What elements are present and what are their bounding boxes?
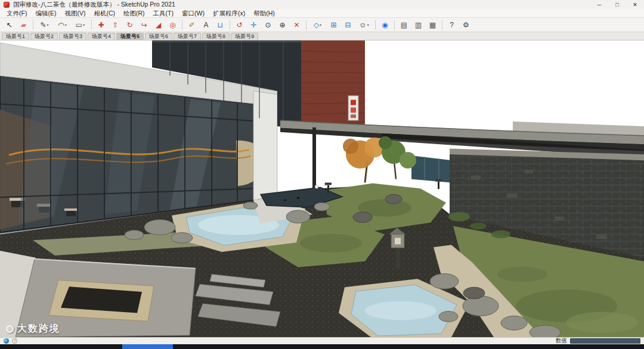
menu-item[interactable]: 窗口(W) bbox=[178, 10, 209, 18]
toolbar-separator bbox=[33, 20, 33, 30]
taskbar-active-app[interactable] bbox=[122, 344, 173, 349]
help-button[interactable]: ? bbox=[445, 18, 459, 31]
view-iso-tool[interactable]: ◇ bbox=[309, 18, 326, 31]
line-tool[interactable]: ✎ bbox=[36, 18, 53, 31]
watermark-text: 大数跨境 bbox=[17, 323, 60, 335]
tool-icon: ◢ bbox=[156, 21, 161, 29]
menu-item[interactable]: 工具(T) bbox=[149, 10, 178, 18]
toolbar-separator bbox=[442, 20, 442, 30]
tool-icon: ↻ bbox=[126, 21, 132, 29]
select-tool[interactable]: ↖ bbox=[2, 18, 16, 31]
watermark-logo-icon bbox=[6, 325, 14, 333]
push-pull-tool[interactable]: ⇧ bbox=[109, 18, 122, 31]
scene-tab[interactable]: 场景号6 bbox=[145, 33, 172, 40]
scene-tab[interactable]: 场景号8 bbox=[202, 33, 230, 40]
view-front-tool[interactable]: ⊟ bbox=[341, 18, 355, 31]
offset-tool[interactable]: ◎ bbox=[166, 18, 179, 31]
section-cut-toggle[interactable]: ▦ bbox=[426, 18, 439, 31]
tool-icon: ⚙ bbox=[463, 21, 469, 29]
eraser-tool[interactable]: ▰ bbox=[17, 18, 30, 31]
toolbar: ↖ ▰ ✎ ◠ ▭ ✚ ⇧ ↻ ↪ ◢ ◎ ✐ A ⊔ ↺ ✛ bbox=[0, 18, 644, 32]
menu-item[interactable]: 编辑(E) bbox=[31, 10, 60, 18]
measurement-input[interactable] bbox=[570, 338, 640, 344]
signboard bbox=[348, 96, 358, 120]
delete-guides-tool[interactable]: ✕ bbox=[290, 18, 304, 31]
tool-icon: ☺ bbox=[359, 21, 366, 29]
walk-tool[interactable]: ☺ bbox=[355, 18, 373, 31]
window-controls: ─ □ ✕ bbox=[590, 0, 644, 10]
follow-me-tool[interactable]: ↪ bbox=[137, 18, 151, 31]
corridor-post bbox=[312, 127, 316, 190]
scene-tab[interactable]: 场景号4 bbox=[88, 33, 115, 40]
scene-tab[interactable]: 场景号5 bbox=[116, 33, 144, 40]
tool-icon: ? bbox=[450, 21, 454, 29]
sketchup-logo-icon bbox=[4, 2, 10, 8]
pan-tool[interactable]: ✛ bbox=[247, 18, 261, 31]
tool-icon: ↖ bbox=[6, 21, 12, 29]
toolbar-separator bbox=[230, 20, 230, 30]
arc-tool[interactable]: ◠ bbox=[54, 18, 71, 31]
tool-icon: ✐ bbox=[188, 21, 194, 29]
menubar: 文件(F)编辑(E)视图(V)相机(C)绘图(R)工具(T)窗口(W)扩展程序(… bbox=[0, 10, 644, 18]
tool-icon: ▦ bbox=[429, 21, 436, 29]
corner-column bbox=[253, 91, 277, 200]
tool-icon: ▤ bbox=[401, 21, 407, 29]
move-tool[interactable]: ✚ bbox=[94, 18, 108, 31]
viewport-3d[interactable]: 大数跨境 bbox=[0, 40, 644, 337]
text-tool[interactable]: A bbox=[199, 18, 213, 31]
rotate-tool[interactable]: ↻ bbox=[123, 18, 137, 31]
titlebar: 国审修改-八二茶仓（最终修改版本） - SketchUp Pro 2021 ─ … bbox=[0, 0, 644, 10]
orbit-tool[interactable]: ↺ bbox=[233, 18, 246, 31]
toolbar-separator bbox=[306, 20, 306, 30]
tool-icon: ▰ bbox=[21, 21, 26, 29]
tool-icon: ✕ bbox=[293, 21, 299, 29]
view-top-tool[interactable]: ⊞ bbox=[327, 18, 340, 31]
menu-item[interactable]: 绘图(R) bbox=[119, 10, 149, 18]
tool-icon: ◎ bbox=[169, 21, 175, 29]
tool-icon: ▭ bbox=[76, 21, 82, 29]
scene-tab[interactable]: 场景号2 bbox=[30, 33, 58, 40]
menu-item[interactable]: 帮助(H) bbox=[249, 10, 279, 18]
tool-icon: ⊙ bbox=[265, 21, 271, 29]
scale-tool[interactable]: ◢ bbox=[151, 18, 165, 31]
zoom-extents-tool[interactable]: ⊕ bbox=[275, 18, 289, 31]
tool-icon: ↪ bbox=[141, 21, 147, 29]
tool-icon: ↺ bbox=[236, 21, 242, 29]
tool-icon: ⊔ bbox=[218, 21, 223, 29]
scene-render bbox=[0, 40, 644, 337]
rectangle-tool[interactable]: ▭ bbox=[72, 18, 89, 31]
scene-tabs-bar: 场景号1场景号2场景号3场景号4场景号5场景号6场景号7场景号8场景号9 bbox=[0, 32, 644, 40]
scene-tab[interactable]: 场景号9 bbox=[231, 33, 258, 40]
menu-item[interactable]: 扩展程序(x) bbox=[209, 10, 249, 18]
scene-tab[interactable]: 场景号3 bbox=[59, 33, 86, 40]
statusbar: ? 数值 bbox=[0, 337, 644, 344]
menu-item[interactable]: 文件(F) bbox=[2, 10, 31, 18]
scene-tab[interactable]: 场景号1 bbox=[2, 33, 29, 40]
sketchup-window: 国审修改-八二茶仓（最终修改版本） - SketchUp Pro 2021 ─ … bbox=[0, 0, 644, 349]
section-plane-toggle[interactable]: ▤ bbox=[397, 18, 411, 31]
preferences-button[interactable]: ⚙ bbox=[459, 18, 473, 31]
paint-bucket-tool[interactable]: ⊔ bbox=[213, 18, 227, 31]
watermark: 大数跨境 bbox=[6, 323, 60, 335]
background-glass-structure bbox=[411, 155, 452, 182]
tape-measure-tool[interactable]: ✐ bbox=[185, 18, 199, 31]
help-icon[interactable]: ? bbox=[12, 338, 17, 344]
menu-item[interactable]: 视图(V) bbox=[60, 10, 89, 18]
taskbar bbox=[0, 344, 644, 349]
scene-tab[interactable]: 场景号7 bbox=[174, 33, 201, 40]
tool-icon: ◇ bbox=[314, 21, 319, 29]
section-fill-toggle[interactable]: ▥ bbox=[411, 18, 425, 31]
tool-icon: ✎ bbox=[40, 21, 46, 29]
minimize-button[interactable]: ─ bbox=[590, 0, 608, 10]
window-title: 国审修改-八二茶仓（最终修改版本） - SketchUp Pro 2021 bbox=[13, 1, 175, 9]
tool-icon: A bbox=[203, 21, 208, 29]
tool-icon: ⇧ bbox=[112, 21, 118, 29]
menu-item[interactable]: 相机(C) bbox=[89, 10, 119, 18]
tool-icon: ◉ bbox=[382, 21, 388, 29]
maximize-button[interactable]: □ bbox=[608, 0, 626, 10]
geolocation-icon[interactable] bbox=[4, 338, 9, 344]
tool-icon: ✛ bbox=[250, 21, 256, 29]
extension-tool[interactable]: ◉ bbox=[378, 18, 392, 31]
zoom-tool[interactable]: ⊙ bbox=[261, 18, 275, 31]
close-button[interactable]: ✕ bbox=[626, 0, 644, 10]
